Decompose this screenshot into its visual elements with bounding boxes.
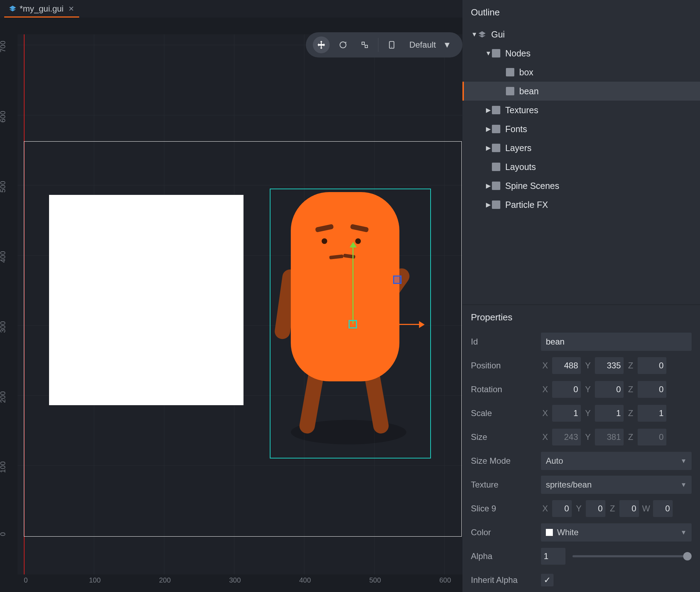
file-icon (9, 5, 16, 12)
viewport-container: 700 600 500 400 300 200 100 0 0 100 200 … (0, 18, 462, 592)
layers-icon (478, 30, 486, 39)
prop-size-mode: Size Mode Auto ▼ (462, 449, 700, 473)
pos-y[interactable] (595, 357, 624, 374)
size-y[interactable] (595, 429, 624, 445)
tree-arrow[interactable]: ▶ (485, 182, 492, 190)
pos-z[interactable] (638, 357, 666, 374)
size-z[interactable] (638, 429, 666, 445)
pos-x[interactable] (552, 357, 581, 374)
editor-panel: *my_gui.gui ✕ 700 600 500 400 300 200 10… (0, 0, 462, 592)
svg-point-2 (391, 47, 392, 47)
alpha-slider[interactable] (572, 555, 692, 557)
ruler-vertical: 700 600 500 400 300 200 100 0 (0, 34, 18, 574)
tree-label: Gui (491, 29, 505, 40)
rotate-icon (338, 40, 348, 49)
properties-panel: Properties Id Position X Y Z Rotation X … (462, 305, 700, 592)
viewport-toolbar: Default ▼ (306, 32, 462, 57)
size-mode-select[interactable]: Auto ▼ (541, 452, 692, 470)
scale-y[interactable] (595, 405, 624, 422)
tree-arrow[interactable]: ▶ (485, 125, 492, 133)
prop-scale: Scale X Y Z (462, 401, 700, 425)
size-x[interactable] (552, 429, 581, 445)
rot-x[interactable] (552, 381, 581, 398)
slice-x[interactable] (552, 500, 572, 517)
gizmo-x-axis[interactable] (353, 324, 420, 325)
prop-color: Color White ▼ (462, 520, 700, 544)
tree-arrow[interactable]: ▶ (485, 201, 492, 209)
outline-item-layers[interactable]: ▶Layers (462, 138, 700, 157)
folder-icon (492, 106, 500, 114)
scale-icon (361, 41, 369, 49)
scale-tool[interactable] (356, 36, 373, 53)
tab-label: *my_gui.gui (20, 4, 63, 14)
tree-arrow[interactable]: ▶ (485, 144, 492, 152)
prop-inherit-alpha: Inherit Alpha ✓ (462, 568, 700, 592)
folder-icon (492, 49, 500, 57)
tree-arrow[interactable]: ▼ (471, 31, 478, 38)
color-select[interactable]: White ▼ (541, 523, 692, 542)
tab-bar: *my_gui.gui ✕ (0, 0, 462, 18)
slice-w[interactable] (653, 500, 673, 517)
texture-select[interactable]: sprites/bean ▼ (541, 476, 692, 494)
device-tool[interactable] (383, 36, 400, 53)
tree-label: Textures (505, 105, 538, 115)
svg-point-0 (340, 42, 346, 48)
outline-item-fonts[interactable]: ▶Fonts (462, 120, 700, 138)
inherit-alpha-checkbox[interactable]: ✓ (541, 574, 554, 586)
chevron-down-icon: ▼ (443, 40, 451, 50)
rot-z[interactable] (638, 381, 666, 398)
outline-item-layouts[interactable]: Layouts (462, 157, 700, 176)
gizmo-xy-plane[interactable] (393, 275, 402, 284)
gizmo-y-axis[interactable] (352, 247, 354, 324)
layout-select[interactable]: Default ▼ (405, 40, 455, 50)
prop-size: Size X Y Z (462, 425, 700, 449)
alpha-input[interactable] (541, 548, 565, 565)
tree-label: box (519, 67, 533, 77)
viewport[interactable] (18, 34, 462, 574)
prop-slice9: Slice 9 X Y Z W (462, 497, 700, 520)
box-icon (506, 87, 514, 95)
outline-item-particle-fx[interactable]: ▶Particle FX (462, 195, 700, 214)
tree-label: Fonts (505, 124, 527, 134)
device-icon (387, 40, 396, 49)
prop-alpha: Alpha (462, 544, 700, 568)
scale-z[interactable] (638, 405, 666, 422)
rot-y[interactable] (595, 381, 624, 398)
tree-label: Spine Scenes (505, 181, 559, 191)
box-icon (506, 68, 514, 76)
outline-item-bean[interactable]: bean (462, 82, 700, 101)
outline-item-textures[interactable]: ▶Textures (462, 101, 700, 120)
right-panel: Outline ▼Gui▼Nodesboxbean▶Textures▶Fonts… (462, 0, 700, 592)
tree-label: Layers (505, 143, 531, 153)
scale-x[interactable] (552, 405, 581, 422)
folder-icon (492, 144, 500, 152)
tree-label: Particle FX (505, 200, 548, 210)
prop-texture: Texture sprites/bean ▼ (462, 473, 700, 497)
folder-icon (492, 182, 500, 190)
tree-label: Nodes (505, 48, 530, 59)
outline-tree: ▼Gui▼Nodesboxbean▶Textures▶Fonts▶LayersL… (462, 25, 700, 305)
prop-position: Position X Y Z (462, 354, 700, 377)
id-input[interactable] (541, 333, 692, 351)
close-icon[interactable]: ✕ (68, 5, 74, 13)
move-tool[interactable] (313, 36, 330, 53)
chevron-down-icon: ▼ (680, 457, 687, 465)
outline-item-gui[interactable]: ▼Gui (462, 25, 700, 44)
file-tab[interactable]: *my_gui.gui ✕ (4, 0, 79, 17)
tree-arrow[interactable]: ▼ (485, 50, 492, 57)
outline-item-box[interactable]: box (462, 63, 700, 82)
slice-z[interactable] (619, 500, 639, 517)
node-box[interactable] (49, 195, 243, 405)
folder-icon (492, 125, 500, 133)
rotate-tool[interactable] (335, 36, 351, 53)
prop-rotation: Rotation X Y Z (462, 377, 700, 401)
prop-id: Id (462, 330, 700, 354)
chevron-down-icon: ▼ (680, 529, 687, 536)
outline-item-spine-scenes[interactable]: ▶Spine Scenes (462, 176, 700, 195)
slice-y[interactable] (586, 500, 605, 517)
folder-icon (492, 200, 500, 209)
outline-item-nodes[interactable]: ▼Nodes (462, 44, 700, 63)
tree-arrow[interactable]: ▶ (485, 106, 492, 114)
move-icon (316, 40, 326, 50)
gizmo-center[interactable] (349, 320, 357, 328)
